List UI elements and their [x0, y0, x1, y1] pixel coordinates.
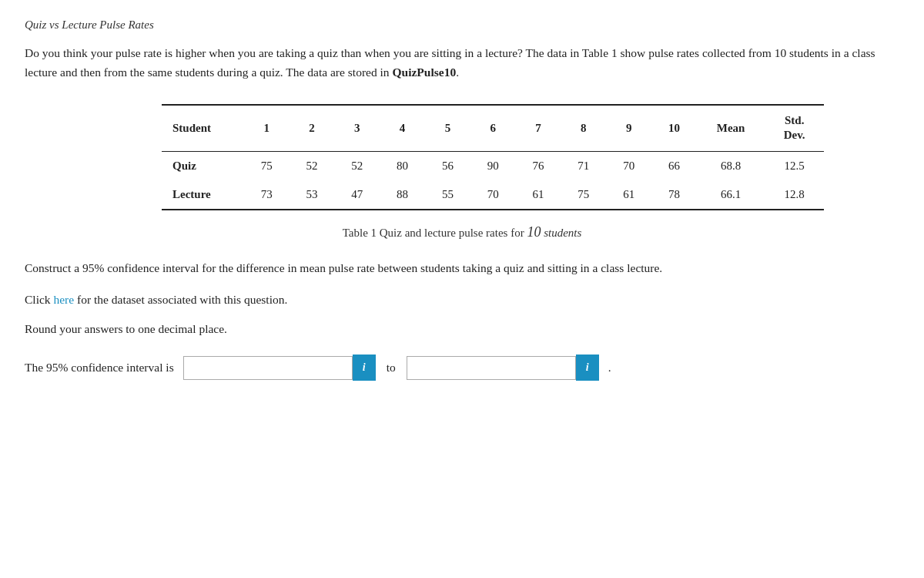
- row-label-quiz: Quiz: [162, 151, 244, 180]
- col-header-10: 10: [651, 105, 697, 152]
- quiz-val-10: 66: [651, 151, 697, 180]
- first-input-group: i: [183, 355, 376, 381]
- quiz-val-3: 52: [334, 151, 380, 180]
- lecture-val-4: 88: [380, 180, 425, 210]
- data-table-container: Student 1 2 3 4 5 6 7 8 9 10 Mean Std. D…: [100, 104, 824, 210]
- col-header-8: 8: [561, 105, 606, 152]
- quiz-val-1: 75: [244, 151, 290, 180]
- lecture-val-7: 61: [516, 180, 561, 210]
- quiz-stddev: 12.5: [765, 151, 824, 180]
- col-header-7: 7: [516, 105, 561, 152]
- col-header-5: 5: [425, 105, 470, 152]
- quiz-val-6: 90: [470, 151, 516, 180]
- col-header-4: 4: [380, 105, 425, 152]
- lecture-val-1: 73: [244, 180, 290, 210]
- period: .: [608, 361, 611, 375]
- lecture-stddev: 12.8: [765, 180, 824, 210]
- rounding-instruction: Round your answers to one decimal place.: [25, 322, 899, 336]
- first-answer-input[interactable]: [183, 356, 353, 380]
- first-info-button[interactable]: i: [353, 355, 376, 381]
- dataset-name: QuizPulse10: [392, 66, 456, 79]
- click-before: Click: [25, 293, 53, 306]
- col-header-stddev: Std. Dev.: [765, 105, 824, 152]
- col-header-3: 3: [334, 105, 380, 152]
- table-row-lecture: Lecture 73 53 47 88 55 70 61 75 61 78 66…: [162, 180, 824, 210]
- pulse-rate-table: Student 1 2 3 4 5 6 7 8 9 10 Mean Std. D…: [162, 104, 824, 210]
- quiz-val-2: 52: [290, 151, 335, 180]
- quiz-val-9: 70: [606, 151, 651, 180]
- second-answer-input[interactable]: [407, 356, 576, 380]
- table-caption: Table 1 Quiz and lecture pulse rates for…: [25, 224, 899, 240]
- quiz-val-8: 71: [561, 151, 606, 180]
- ci-instruction: Construct a 95% confidence interval for …: [25, 259, 899, 278]
- col-header-6: 6: [470, 105, 516, 152]
- quiz-val-5: 56: [425, 151, 470, 180]
- dataset-link-text: Click here for the dataset associated wi…: [25, 293, 899, 307]
- lecture-val-10: 78: [651, 180, 697, 210]
- row-label-lecture: Lecture: [162, 180, 244, 210]
- col-header-1: 1: [244, 105, 290, 152]
- second-info-button[interactable]: i: [576, 355, 599, 381]
- lecture-mean: 66.1: [697, 180, 765, 210]
- lecture-val-2: 53: [290, 180, 335, 210]
- lecture-val-3: 47: [334, 180, 380, 210]
- intro-text-end: .: [456, 66, 459, 79]
- col-header-student: Student: [162, 105, 244, 152]
- quiz-val-7: 76: [516, 151, 561, 180]
- dataset-link[interactable]: here: [53, 293, 74, 306]
- intro-paragraph: Do you think your pulse rate is higher w…: [25, 44, 899, 82]
- second-input-group: i: [407, 355, 599, 381]
- lecture-val-8: 75: [561, 180, 606, 210]
- answer-row: The 95% confidence interval is i to i .: [25, 355, 899, 381]
- col-header-2: 2: [290, 105, 335, 152]
- col-header-mean: Mean: [697, 105, 765, 152]
- quiz-val-4: 80: [380, 151, 425, 180]
- answer-label: The 95% confidence interval is: [25, 361, 174, 375]
- to-label: to: [387, 361, 396, 375]
- click-after: for the dataset associated with this que…: [74, 293, 287, 306]
- lecture-val-9: 61: [606, 180, 651, 210]
- table-row-quiz: Quiz 75 52 52 80 56 90 76 71 70 66 68.8 …: [162, 151, 824, 180]
- lecture-val-6: 70: [470, 180, 516, 210]
- lecture-val-5: 55: [425, 180, 470, 210]
- col-header-9: 9: [606, 105, 651, 152]
- quiz-mean: 68.8: [697, 151, 765, 180]
- page-title: Quiz vs Lecture Pulse Rates: [25, 18, 899, 32]
